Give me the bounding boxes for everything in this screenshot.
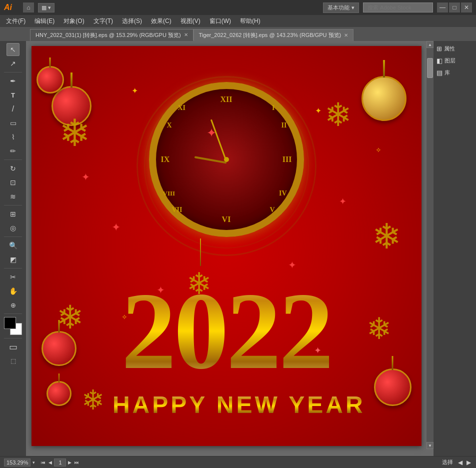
sparkle-4: ✦ [112, 221, 120, 234]
menu-window[interactable]: 窗口(W) [206, 15, 235, 27]
snowflake-bottom-left-2: ❄ [82, 384, 104, 416]
artboard-tool[interactable]: ⬚ [6, 354, 20, 368]
status-bar: 153.29% ▾ ⏮ ◀ ▶ ⏭ 选择 ◀ ▶ [0, 456, 476, 468]
warp-tool[interactable]: ≋ [6, 190, 20, 203]
status-next-button[interactable]: ▶ [466, 459, 472, 466]
scroll-track[interactable] [426, 48, 434, 442]
menu-edit[interactable]: 编辑(E) [30, 15, 58, 27]
scroll-up-button[interactable]: ▲ [426, 41, 434, 48]
pen-tool[interactable]: ✒ [6, 74, 20, 88]
clock-xii: XII [220, 95, 232, 104]
ornament-gold-top-right [362, 76, 406, 121]
artwork: XII I II III IV V VI VII [32, 46, 422, 446]
menu-object[interactable]: 对象(O) [60, 15, 88, 27]
layers-icon: ◧ [436, 57, 442, 64]
libraries-panel-btn[interactable]: ▤ 库 [434, 67, 476, 78]
eyedropper-tool[interactable]: 🔍 [6, 239, 20, 252]
close-button[interactable]: ✕ [461, 2, 472, 12]
snowflake-bottom-right: ❄ [366, 311, 392, 346]
libraries-label: 库 [444, 69, 450, 76]
minimize-button[interactable]: — [437, 2, 448, 12]
menu-file[interactable]: 文件(F) [2, 15, 30, 27]
clock-hour-hand [194, 156, 226, 164]
ai-logo: Ai [4, 3, 19, 12]
canvas-wrapper: XII I II III IV V VI VII [31, 46, 422, 449]
clock-center [224, 157, 229, 162]
hand-tool[interactable]: ✋ [6, 284, 20, 298]
canvas-image: XII I II III IV V VI VII [32, 46, 422, 446]
first-page-button[interactable]: ⏮ [40, 460, 46, 465]
tab-hny[interactable]: HNY_2022_031(1) [转换].eps @ 153.29% (RGB/… [30, 29, 194, 41]
year-display: 2022 [52, 276, 402, 386]
sparkle-11: ✦ [288, 259, 296, 271]
menu-help[interactable]: 帮助(H) [236, 15, 264, 27]
paintbrush-tool[interactable]: ⌇ [6, 130, 20, 144]
snowflake-right: ❄ [372, 216, 402, 257]
window-controls: — □ ✕ [437, 2, 472, 12]
next-page-button[interactable]: ▶ [67, 460, 72, 465]
selection-tool[interactable]: ↖ [6, 43, 20, 56]
last-page-button[interactable]: ⏭ [74, 460, 80, 465]
menu-view[interactable]: 视图(V) [176, 15, 204, 27]
search-input[interactable] [363, 2, 433, 12]
free-transform-tool[interactable]: ⊞ [6, 208, 20, 220]
scale-tool[interactable]: ⊡ [6, 176, 20, 189]
maximize-button[interactable]: □ [449, 2, 460, 12]
scrollbar-right[interactable]: ▲ ▼ [426, 41, 434, 449]
zoom-value[interactable]: 153.29% [4, 458, 30, 466]
status-prev-button[interactable]: ◀ [457, 459, 464, 466]
sparkle-3: ✦ [82, 171, 90, 183]
scroll-thumb[interactable] [427, 58, 433, 78]
foreground-color[interactable] [4, 317, 16, 329]
tab-tiger[interactable]: Tiger_2022_0262 [转换].eps @ 143.23% (RGB/… [194, 29, 354, 41]
color-selector[interactable] [4, 317, 22, 335]
libraries-icon: ▤ [436, 69, 442, 76]
zoom-display: 153.29% ▾ [4, 458, 36, 466]
page-number-input[interactable] [54, 458, 66, 466]
sparkle-5: ✦ [339, 196, 346, 207]
menu-bar: 文件(F) 编辑(E) 对象(O) 文字(T) 选择(S) 效果(C) 视图(V… [0, 15, 476, 27]
prev-page-button[interactable]: ◀ [48, 460, 53, 465]
pencil-tool[interactable]: ✏ [6, 144, 20, 158]
rectangle-tool[interactable]: ▭ [6, 116, 20, 130]
sparkle-6: ✦ [156, 284, 165, 296]
tab-tiger-close[interactable]: ✕ [344, 33, 348, 38]
layers-label: 图层 [444, 57, 456, 64]
chevron-down-icon: ▾ [48, 4, 51, 11]
essentials-dropdown[interactable]: 基本功能 ▾ [323, 2, 359, 13]
rotate-tool[interactable]: ↻ [6, 162, 20, 175]
canvas-area[interactable]: XII I II III IV V VI VII [26, 41, 434, 456]
layers-panel-btn[interactable]: ◧ 图层 [434, 55, 476, 66]
home-button[interactable]: ⌂ [23, 2, 34, 12]
essentials-label: 基本功能 [328, 4, 350, 12]
zoom-dropdown[interactable]: ▾ [32, 460, 36, 465]
status-arrows: ◀ ▶ [457, 459, 472, 466]
grid-icon: ▦ [42, 4, 46, 11]
chevron-down-icon: ▾ [352, 4, 354, 11]
status-text: 选择 [442, 458, 453, 466]
sparkle-7: ✦ [314, 345, 322, 356]
tabs-bar: HNY_2022_031(1) [转换].eps @ 153.29% (RGB/… [0, 27, 476, 41]
ornament-red-bottom-left-2 [46, 381, 72, 406]
page-navigation: ⏮ ◀ ▶ ⏭ [40, 458, 80, 466]
draw-mode-normal[interactable]: ▭ [6, 340, 20, 354]
year-text: 2022 [122, 270, 332, 392]
menu-select[interactable]: 选择(S) [118, 15, 146, 27]
symbol-sprayer-tool[interactable]: ◎ [6, 222, 20, 234]
sparkle-1: ✦ [132, 86, 138, 96]
properties-panel-btn[interactable]: ⊞ 属性 [434, 43, 476, 54]
clock-ix: IX [161, 155, 170, 164]
scroll-down-button[interactable]: ▼ [426, 442, 434, 449]
menu-text[interactable]: 文字(T) [90, 15, 117, 27]
type-tool[interactable]: T [6, 88, 20, 102]
scissors-tool[interactable]: ✂ [6, 270, 20, 284]
line-tool[interactable]: / [6, 102, 20, 116]
direct-selection-tool[interactable]: ↗ [6, 57, 20, 70]
menu-effects[interactable]: 效果(C) [147, 15, 176, 27]
tab-hny-close[interactable]: ✕ [184, 32, 188, 38]
clock-vii: VII [172, 206, 182, 214]
view-mode-button[interactable]: ▦ ▾ [38, 3, 54, 12]
gradient-tool[interactable]: ◩ [6, 253, 20, 266]
zoom-tool[interactable]: ⊕ [6, 298, 20, 312]
clock-ii: II [282, 122, 287, 130]
